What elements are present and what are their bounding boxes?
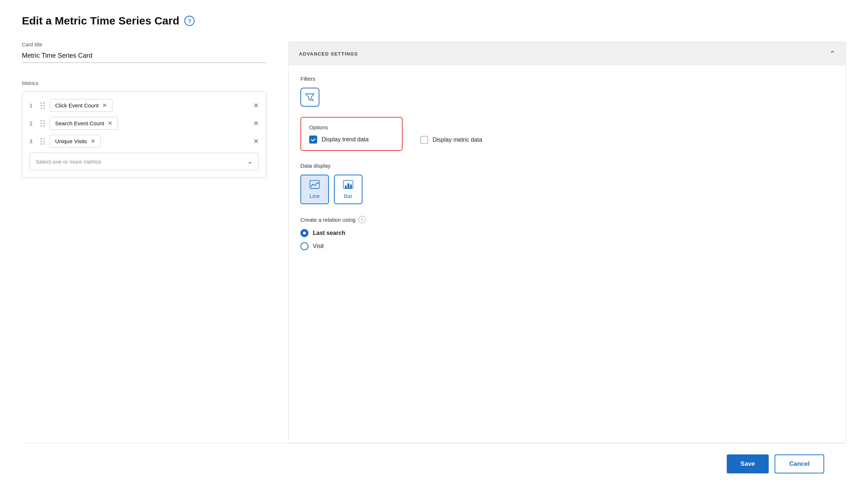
radio-filled-inner: [303, 232, 306, 235]
info-icon[interactable]: i: [358, 216, 366, 223]
drag-dot: [41, 105, 42, 106]
drag-dot: [41, 125, 42, 127]
svg-rect-5: [347, 183, 349, 188]
bar-chart-label: Bar: [344, 193, 352, 199]
metric-row: 2 Search Event Count ✕ ✕: [30, 117, 259, 130]
svg-text:+: +: [311, 97, 314, 102]
metric-chip: Unique Visits ✕: [50, 135, 101, 148]
options-title: Options: [309, 124, 394, 130]
display-metric-label: Display metric data: [433, 137, 482, 143]
drag-dot: [43, 105, 45, 106]
metric-name: Unique Visits: [55, 138, 87, 144]
drag-dot: [41, 143, 42, 145]
drag-handle[interactable]: [41, 138, 45, 145]
options-and-display: Options Display trend data: [300, 117, 834, 151]
metric-number: 3: [30, 138, 36, 144]
display-metric-checkbox[interactable]: [420, 136, 428, 144]
data-display-section: Data display Line: [300, 163, 834, 204]
relation-label-row: Create a relation using i: [300, 216, 834, 223]
drag-dots: [41, 138, 45, 145]
chip-close-icon[interactable]: ✕: [108, 121, 112, 126]
drag-dot: [43, 125, 45, 127]
visit-radio[interactable]: [300, 242, 308, 250]
chart-buttons: Line Bar: [300, 175, 834, 204]
chevron-down-icon: ⌄: [247, 157, 253, 165]
row-close-icon[interactable]: ✕: [253, 102, 259, 110]
page-title: Edit a Metric Time Series Card: [22, 15, 179, 27]
add-filter-button[interactable]: +: [300, 88, 319, 107]
visit-radio-row: Visit: [300, 242, 834, 250]
drag-dot: [43, 143, 45, 145]
card-title-label: Card title: [22, 42, 266, 47]
display-trend-checkbox[interactable]: [309, 136, 317, 144]
relation-section: Create a relation using i Last search Vi…: [300, 216, 834, 250]
line-chart-label: Line: [310, 193, 320, 199]
last-search-radio-row: Last search: [300, 229, 834, 237]
metric-row: 1 Click Event Count ✕ ✕: [30, 99, 259, 112]
metric-chip: Search Event Count ✕: [50, 117, 118, 130]
filters-label: Filters: [300, 76, 834, 82]
bar-chart-icon: [343, 180, 354, 191]
drag-dots: [41, 102, 45, 109]
chevron-up-icon: ⌃: [829, 49, 836, 58]
footer: Save Cancel: [22, 443, 846, 484]
chip-close-icon[interactable]: ✕: [91, 138, 95, 144]
save-button[interactable]: Save: [727, 454, 769, 473]
filters-area: Filters +: [300, 76, 834, 107]
svg-rect-4: [345, 186, 347, 188]
display-trend-label: Display trend data: [322, 136, 369, 143]
select-metrics-placeholder: Select one or more metrics: [36, 159, 101, 165]
right-panel-body: Filters + Options: [289, 65, 846, 443]
drag-handle[interactable]: [41, 102, 45, 109]
drag-dot: [41, 141, 42, 142]
advanced-settings-header[interactable]: ADVANCED SETTINGS ⌃: [289, 42, 846, 65]
display-metric-row: Display metric data: [420, 117, 482, 144]
metric-number: 1: [30, 103, 36, 108]
line-chart-icon: [309, 180, 320, 191]
right-panel: ADVANCED SETTINGS ⌃ Filters +: [288, 42, 846, 443]
metric-number: 2: [30, 121, 36, 126]
drag-handle[interactable]: [41, 120, 45, 127]
drag-dot: [43, 138, 45, 140]
options-box: Options Display trend data: [300, 117, 403, 151]
metrics-box: 1 Click Event Count ✕ ✕ 2 Search Event C…: [22, 91, 266, 178]
relation-label: Create a relation using: [300, 217, 356, 223]
drag-dot: [43, 107, 45, 109]
metric-row: 3 Unique Visits ✕ ✕: [30, 135, 259, 148]
add-filter-icon: +: [305, 92, 315, 102]
last-search-radio[interactable]: [300, 229, 308, 237]
drag-dots: [41, 120, 45, 127]
drag-dot: [43, 120, 45, 122]
last-search-label: Last search: [313, 230, 345, 236]
advanced-settings-title: ADVANCED SETTINGS: [299, 51, 358, 57]
drag-dot: [41, 123, 42, 124]
metric-name: Click Event Count: [55, 102, 99, 108]
drag-dot: [43, 102, 45, 104]
metric-name: Search Event Count: [55, 120, 104, 126]
help-icon[interactable]: ?: [184, 16, 195, 26]
line-chart-button[interactable]: Line: [300, 175, 329, 204]
drag-dot: [41, 102, 42, 104]
svg-rect-6: [350, 184, 352, 188]
card-title-input[interactable]: [22, 50, 266, 63]
select-metrics-dropdown[interactable]: Select one or more metrics ⌄: [30, 153, 259, 170]
drag-dot: [41, 120, 42, 122]
metric-chip: Click Event Count ✕: [50, 99, 112, 112]
metrics-label: Metrics: [22, 80, 266, 86]
drag-dot: [43, 123, 45, 124]
display-trend-row: Display trend data: [309, 136, 394, 144]
chip-close-icon[interactable]: ✕: [102, 103, 107, 108]
row-close-icon[interactable]: ✕: [253, 119, 259, 127]
bar-chart-button[interactable]: Bar: [334, 175, 362, 204]
drag-dot: [43, 141, 45, 142]
data-display-label: Data display: [300, 163, 834, 169]
row-close-icon[interactable]: ✕: [253, 137, 259, 145]
cancel-button[interactable]: Cancel: [775, 454, 824, 473]
drag-dot: [41, 138, 42, 140]
drag-dot: [41, 107, 42, 109]
visit-label: Visit: [313, 243, 324, 250]
svg-rect-1: [310, 180, 319, 188]
